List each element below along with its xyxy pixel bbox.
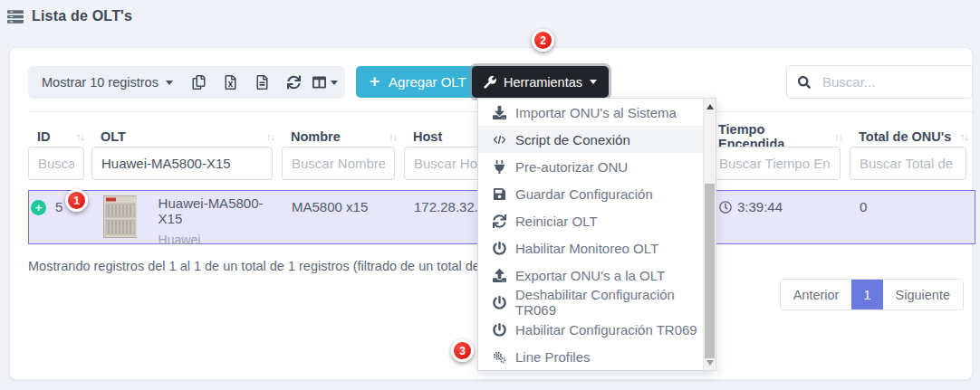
chevron-down-icon (590, 80, 597, 84)
row-total-onus: 0 (850, 191, 976, 247)
upload-icon (492, 269, 507, 282)
row-olt-vendor: Huawei (159, 233, 283, 247)
reload-button[interactable] (278, 66, 310, 99)
sort-icon: ↑↓ (266, 131, 274, 142)
olt-device-image (103, 195, 137, 238)
triangle-up-icon (706, 104, 714, 109)
power-icon (492, 296, 507, 309)
column-visibility-button[interactable] (310, 66, 341, 99)
copy-button[interactable] (183, 66, 215, 99)
plug-icon (492, 160, 507, 174)
row-nombre: MA5800 x15 (283, 191, 405, 247)
menu-item-script-conexion[interactable]: Script de Conexión (478, 126, 716, 153)
sort-icon: ↑↓ (834, 131, 842, 142)
power-icon (492, 242, 507, 255)
row-olt-name: Huawei-MA5800-X15 (159, 195, 283, 226)
menu-item-exportar-onus[interactable]: Exportar ONU's a la OLT (478, 262, 716, 289)
scroll-up-button[interactable] (704, 100, 716, 112)
row-tiempo-encendida: 3:39:44 (737, 199, 783, 214)
list-bars-icon (7, 10, 24, 24)
download-icon (492, 106, 507, 119)
chevron-down-icon (331, 81, 338, 85)
menu-item-line-profiles[interactable]: Line Profiles (478, 343, 716, 370)
search-box (786, 65, 973, 99)
triangle-down-icon (706, 360, 714, 366)
plus-icon: + (370, 72, 380, 90)
length-menu-label: Mostrar 10 registros (42, 75, 159, 90)
olt-list-page: Lista de OLT's Mostrar 10 registros + Ag… (0, 0, 980, 390)
expand-row-button[interactable]: + (31, 200, 46, 215)
page-title: Lista de OLT's (32, 8, 132, 24)
page-header: Lista de OLT's (7, 8, 132, 24)
filter-total-onus-input[interactable] (850, 147, 966, 180)
sort-icon: ↑↓ (76, 131, 84, 142)
filter-tiempo-input[interactable] (709, 147, 841, 180)
previous-page-button[interactable]: Anterior (781, 280, 852, 309)
menu-item-habilitar-tr069[interactable]: Habilitar Configuración TR069 (478, 316, 716, 343)
annotation-badge-1: 1 (65, 189, 88, 212)
filter-nombre-input[interactable] (282, 147, 395, 180)
scroll-down-button[interactable] (704, 357, 716, 368)
sort-icon: ↑↓ (960, 131, 968, 142)
menu-item-habilitar-monitoreo[interactable]: Habilitar Monitoreo OLT (478, 234, 716, 262)
clock-icon (719, 201, 732, 214)
columns-icon (312, 75, 326, 90)
wrench-icon (484, 76, 496, 89)
annotation-badge-2: 2 (532, 29, 554, 52)
search-icon (798, 76, 811, 89)
menu-item-reiniciar-olt[interactable]: Reiniciar OLT (478, 207, 716, 234)
code-icon (492, 133, 507, 147)
add-olt-button[interactable]: + Agregar OLT (356, 66, 480, 98)
menu-item-importar-onus[interactable]: Importar ONU's al Sistema (478, 99, 716, 126)
tools-button[interactable]: Herramientas (472, 66, 609, 98)
filter-id-input[interactable] (28, 147, 84, 180)
table-toolbar: Mostrar 10 registros (28, 66, 345, 99)
length-menu-button[interactable]: Mostrar 10 registros (32, 75, 183, 90)
add-olt-label: Agregar OLT (389, 74, 466, 90)
save-icon (492, 187, 507, 201)
excel-icon (224, 75, 237, 90)
page-1-button[interactable]: 1 (851, 280, 882, 309)
menu-item-guardar-configuracion[interactable]: Guardar Configuración (478, 180, 716, 207)
next-page-button[interactable]: Siguiente (883, 280, 963, 309)
row-id: 5 (55, 199, 62, 214)
search-input[interactable] (821, 73, 961, 90)
menu-item-deshabilitar-tr069[interactable]: Deshabilitar Configuración TR069 (478, 289, 716, 316)
menu-item-pre-autorizar-onu[interactable]: Pre-autorizar ONU (478, 153, 716, 180)
export-excel-button[interactable] (215, 66, 246, 99)
menu-scrollbar[interactable] (703, 99, 716, 370)
copy-icon (192, 75, 206, 90)
power-icon (492, 323, 507, 337)
refresh-icon (287, 75, 301, 90)
sort-icon: ↑↓ (389, 131, 397, 142)
scrollbar-thumb[interactable] (705, 184, 715, 358)
filter-olt-input[interactable] (91, 147, 273, 180)
sync-icon (492, 214, 507, 228)
file-lines-icon (255, 75, 269, 90)
annotation-badge-3: 3 (451, 339, 474, 362)
tools-label: Herramientas (504, 75, 582, 90)
chevron-down-icon (166, 81, 173, 85)
gears-icon (492, 350, 507, 364)
pagination: Anterior 1 Siguiente (780, 279, 964, 310)
tools-menu: Importar ONU's al Sistema Script de Cone… (477, 98, 716, 371)
export-pdf-button[interactable] (246, 66, 278, 99)
